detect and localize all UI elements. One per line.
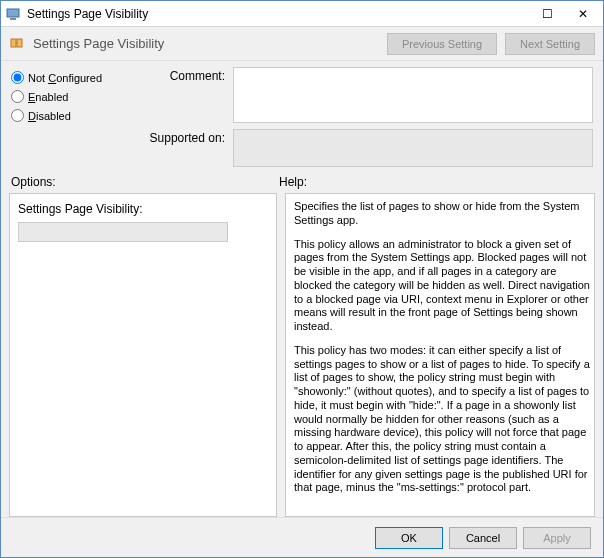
- gpo-icon: [9, 35, 25, 53]
- comment-row: Comment:: [145, 67, 593, 123]
- dialog-window: Settings Page Visibility — ☐ ✕ Settings …: [0, 0, 604, 558]
- radio-not-configured[interactable]: Not Configured: [11, 71, 131, 84]
- footer-bar: OK Cancel Apply: [1, 517, 603, 557]
- help-heading: Help:: [279, 175, 307, 189]
- radio-disabled[interactable]: Disabled: [11, 109, 131, 122]
- options-panel: Settings Page Visibility:: [9, 193, 277, 517]
- visibility-input[interactable]: [18, 222, 228, 242]
- help-panel: Specifies the list of pages to show or h…: [285, 193, 595, 517]
- state-radio-group: Not Configured Enabled Disabled: [11, 67, 131, 167]
- close-button[interactable]: ✕: [565, 2, 601, 26]
- cancel-button[interactable]: Cancel: [449, 527, 517, 549]
- header-bar: Settings Page Visibility Previous Settin…: [1, 27, 603, 61]
- section-labels: Options: Help:: [1, 167, 603, 193]
- radio-enabled[interactable]: Enabled: [11, 90, 131, 103]
- previous-setting-button[interactable]: Previous Setting: [387, 33, 497, 55]
- radio-enabled-input[interactable]: [11, 90, 24, 103]
- comment-label: Comment:: [145, 67, 225, 83]
- title-bar: Settings Page Visibility — ☐ ✕: [1, 1, 603, 27]
- comment-textarea[interactable]: [233, 67, 593, 123]
- maximize-button[interactable]: ☐: [529, 2, 565, 26]
- visibility-option-label: Settings Page Visibility:: [18, 202, 268, 216]
- minimize-button[interactable]: —: [493, 2, 529, 26]
- panels-container: Settings Page Visibility: Specifies the …: [1, 193, 603, 517]
- ok-button[interactable]: OK: [375, 527, 443, 549]
- supported-row: Supported on:: [145, 129, 593, 167]
- svg-rect-0: [7, 9, 19, 17]
- apply-button[interactable]: Apply: [523, 527, 591, 549]
- svg-rect-3: [17, 39, 22, 47]
- setting-name-label: Settings Page Visibility: [33, 36, 379, 51]
- svg-rect-1: [10, 18, 16, 20]
- help-paragraph: This policy has two modes: it can either…: [294, 344, 590, 495]
- help-paragraph: Specifies the list of pages to show or h…: [294, 200, 590, 228]
- next-setting-button[interactable]: Next Setting: [505, 33, 595, 55]
- app-icon: [5, 6, 21, 22]
- supported-textarea: [233, 129, 593, 167]
- radio-disabled-input[interactable]: [11, 109, 24, 122]
- supported-label: Supported on:: [145, 129, 225, 145]
- window-title: Settings Page Visibility: [27, 7, 493, 21]
- help-paragraph: This policy allows an administrator to b…: [294, 238, 590, 334]
- svg-rect-2: [11, 39, 16, 47]
- help-text-area[interactable]: Specifies the list of pages to show or h…: [286, 194, 594, 516]
- fields-column: Comment: Supported on:: [145, 67, 593, 167]
- radio-not-configured-input[interactable]: [11, 71, 24, 84]
- options-heading: Options:: [11, 175, 279, 189]
- config-row: Not Configured Enabled Disabled Comment:…: [1, 61, 603, 167]
